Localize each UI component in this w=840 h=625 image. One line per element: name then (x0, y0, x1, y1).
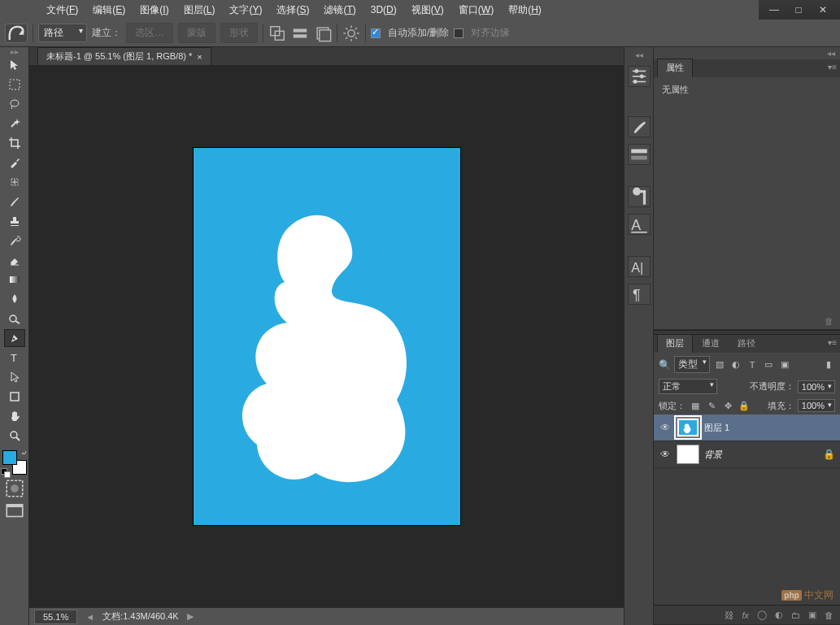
visibility-toggle[interactable]: 👁 (659, 449, 672, 460)
eyedropper-tool[interactable] (4, 154, 25, 171)
properties-menu-icon[interactable]: ▾≡ (828, 63, 837, 72)
dodge-tool[interactable] (4, 310, 25, 328)
dock-paragraph2-icon[interactable]: ¶ (628, 284, 651, 305)
layer-row[interactable]: 👁 图层 1 (654, 414, 840, 441)
layer-fx-icon[interactable]: fx (742, 610, 749, 620)
layer-name[interactable]: 背景 (704, 449, 722, 461)
close-tab-icon[interactable]: × (197, 52, 202, 62)
stamp-tool[interactable] (4, 212, 25, 230)
trash-icon[interactable]: 🗑 (825, 316, 833, 326)
zoom-tool[interactable] (4, 427, 25, 445)
status-menu-icon[interactable]: ▶ (187, 611, 194, 622)
pen-tool[interactable] (4, 329, 25, 347)
minimize-button[interactable]: — (762, 3, 786, 16)
menu-3d[interactable]: 3D(D) (363, 1, 404, 19)
filter-pixel-icon[interactable]: ▧ (713, 359, 726, 371)
layer-name[interactable]: 图层 1 (704, 422, 729, 434)
panels-grip[interactable]: ◂◂ (654, 47, 840, 59)
crop-tool[interactable] (4, 134, 25, 152)
hand-tool[interactable] (4, 407, 25, 425)
lock-all-icon[interactable]: 🔒 (738, 400, 751, 411)
zoom-field[interactable]: 55.1% (34, 610, 77, 624)
layer-filter-select[interactable]: 类型 (674, 356, 710, 373)
lasso-tool[interactable] (4, 95, 25, 113)
channels-tab[interactable]: 通道 (693, 334, 729, 353)
layers-menu-icon[interactable]: ▾≡ (828, 338, 837, 347)
blur-tool[interactable] (4, 290, 25, 308)
dock-swatches-icon[interactable] (628, 144, 651, 165)
shape-tool[interactable] (4, 388, 25, 406)
layer-thumbnail[interactable] (677, 445, 699, 464)
color-swatches[interactable]: ⤾ (2, 450, 27, 475)
canvas[interactable] (194, 148, 460, 525)
gear-icon[interactable] (342, 24, 360, 42)
eraser-tool[interactable] (4, 251, 25, 269)
dock-styles-icon[interactable]: A| (628, 256, 651, 277)
toolbox-grip[interactable]: ▸▸ (2, 50, 27, 55)
link-layers-icon[interactable]: ⛓ (725, 610, 733, 620)
blend-mode-select[interactable]: 正常 (659, 379, 717, 394)
menu-filter[interactable]: 滤镜(T) (316, 0, 363, 20)
foreground-color-swatch[interactable] (2, 450, 17, 465)
make-shape-button[interactable]: 形状 (220, 23, 258, 43)
path-arrange-icon[interactable] (314, 24, 332, 42)
default-colors-icon[interactable] (1, 468, 7, 476)
menu-select[interactable]: 选择(S) (269, 0, 316, 20)
current-tool-icon[interactable] (5, 24, 28, 43)
filter-smart-icon[interactable]: ▣ (778, 359, 791, 371)
paths-tab[interactable]: 路径 (729, 334, 764, 353)
path-select-tool[interactable] (4, 368, 25, 386)
opacity-field[interactable]: 100% (798, 380, 835, 393)
status-prev-icon[interactable]: ◄ (85, 612, 94, 622)
dock-paragraph-icon[interactable] (628, 186, 651, 207)
menu-layer[interactable]: 图层(L) (176, 0, 223, 20)
layer-thumbnail[interactable] (677, 418, 699, 437)
menu-type[interactable]: 文字(Y) (222, 0, 269, 20)
pen-mode-select[interactable]: 路径 (38, 24, 87, 42)
delete-layer-icon[interactable]: 🗑 (825, 610, 833, 620)
dock-character-icon[interactable]: A (628, 214, 651, 235)
filter-type-icon[interactable]: T (746, 359, 759, 371)
canvas-viewport[interactable] (29, 65, 624, 607)
brush-tool[interactable] (4, 193, 25, 211)
swap-colors-icon[interactable]: ⤾ (21, 449, 28, 457)
filter-adjust-icon[interactable]: ◐ (729, 359, 742, 371)
layer-mask-icon[interactable]: ◯ (757, 610, 767, 620)
new-layer-icon[interactable]: ▣ (808, 610, 816, 620)
new-group-icon[interactable]: 🗀 (791, 610, 800, 620)
history-brush-tool[interactable] (4, 232, 25, 250)
quick-mask-button[interactable] (4, 480, 25, 497)
fill-field[interactable]: 100% (798, 399, 835, 412)
screen-mode-button[interactable] (4, 502, 25, 520)
document-tab[interactable]: 未标题-1 @ 55.1% (图层 1, RGB/8) * × (37, 47, 211, 65)
filter-shape-icon[interactable]: ▭ (762, 359, 775, 371)
menu-view[interactable]: 视图(V) (404, 0, 451, 20)
gradient-tool[interactable] (4, 271, 25, 289)
maximize-button[interactable]: □ (786, 3, 811, 16)
auto-add-delete-checkbox[interactable] (371, 28, 381, 38)
healing-tool[interactable] (4, 173, 25, 191)
lock-position-icon[interactable]: ✥ (721, 400, 734, 411)
properties-tab[interactable]: 属性 (657, 59, 693, 77)
lock-paint-icon[interactable]: ✎ (705, 400, 718, 411)
path-ops-combine-icon[interactable] (268, 24, 286, 42)
make-selection-button[interactable]: 选区… (126, 23, 173, 43)
marquee-tool[interactable] (4, 76, 25, 93)
menu-file[interactable]: 文件(F) (39, 0, 85, 20)
type-tool[interactable]: T (4, 349, 25, 367)
path-align-icon[interactable] (291, 24, 309, 42)
dock-brush-icon[interactable] (628, 116, 651, 137)
make-mask-button[interactable]: 蒙版 (178, 23, 215, 43)
layer-row[interactable]: 👁 背景 🔒 (654, 441, 840, 468)
lock-transparency-icon[interactable]: ▦ (689, 400, 702, 411)
filter-toggle[interactable]: ▮ (822, 359, 835, 371)
menu-image[interactable]: 图像(I) (133, 0, 176, 20)
menu-help[interactable]: 帮助(H) (501, 0, 549, 20)
magic-wand-tool[interactable] (4, 115, 25, 132)
align-edges-checkbox[interactable] (454, 28, 464, 38)
menu-edit[interactable]: 编辑(E) (85, 0, 133, 20)
visibility-toggle[interactable]: 👁 (659, 422, 672, 433)
dock-grip[interactable]: ◂◂ (635, 50, 643, 59)
dock-adjustments-icon[interactable] (628, 66, 651, 87)
new-fill-icon[interactable]: ◐ (775, 610, 783, 620)
